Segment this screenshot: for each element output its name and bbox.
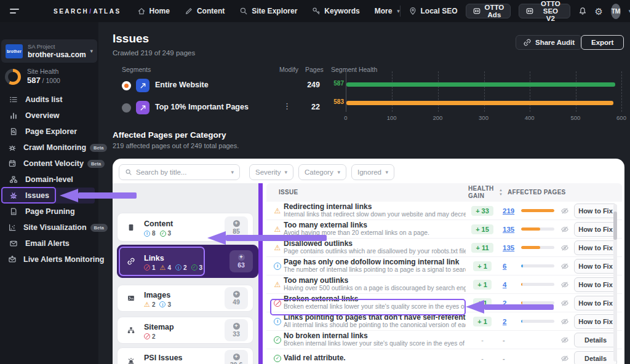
category-score[interactable]: +33 <box>225 319 248 341</box>
ignore-eye-off-icon[interactable] <box>559 280 570 289</box>
brand-slash: / <box>89 8 93 15</box>
details-button[interactable]: Details <box>574 333 617 347</box>
search-by-title-dropdown[interactable]: Search by title... ▾ <box>119 164 240 180</box>
ignore-eye-off-icon[interactable] <box>559 317 570 326</box>
category-item-psi-issues[interactable]: PSI Issues⚠1i3✓1+30.6 <box>117 347 253 364</box>
how-to-fix-button[interactable]: How to Fix <box>574 240 617 255</box>
chevron-down-icon: ▾ <box>90 48 93 54</box>
ignore-eye-off-icon[interactable] <box>559 207 570 215</box>
sort-icon[interactable]: ▲▼ <box>499 188 503 196</box>
sidebar-item-audits-list[interactable]: Audits list <box>0 92 98 108</box>
sidebar-item-page-pruning[interactable]: Page Pruning <box>0 204 98 220</box>
category-item-content[interactable]: Contenti8✓3+85 <box>117 213 253 242</box>
issue-row: ⚠Too many outlinksHaving over 500 outlin… <box>266 275 622 294</box>
bug-icon <box>8 191 18 200</box>
export-button[interactable]: Export <box>581 35 624 50</box>
chart-gridline <box>438 71 439 112</box>
sidebar-item-domain-level[interactable]: Domain-level <box>0 172 98 188</box>
issue-description: The number of internal links pointing to… <box>284 266 466 274</box>
how-to-fix-button[interactable]: How to Fix <box>574 222 617 237</box>
otto-seo-v2-button[interactable]: OTTO SEO V2 <box>519 4 570 18</box>
sidebar-item-email-alerts[interactable]: Email Alerts <box>0 235 98 251</box>
user-avatar[interactable]: TM <box>611 4 621 19</box>
ignore-eye-off-icon[interactable] <box>559 243 570 252</box>
warning-triangle-icon: ⚠ <box>274 281 281 288</box>
sidebar-item-label: Domain-level <box>25 175 73 184</box>
nav-item-content[interactable]: Content <box>185 7 225 15</box>
category-item-sitemap[interactable]: Sitemap2+33 <box>117 317 253 344</box>
issue-row: ⚠Disallowed outlinksPage contains outlin… <box>266 239 622 257</box>
how-to-fix-button[interactable]: How to Fix <box>574 296 617 311</box>
category-score[interactable]: +63 <box>229 250 253 272</box>
issue-column-header: ISSUE <box>279 189 298 196</box>
scrollbar-thumb[interactable] <box>613 212 617 240</box>
table-scrollbar[interactable] <box>613 204 617 362</box>
nav-item-local-seo[interactable]: Local SEO <box>409 7 458 15</box>
category-score[interactable]: +49 <box>225 287 248 309</box>
nav-item-home[interactable]: Home <box>137 7 170 15</box>
affected-pages-link[interactable]: 2 <box>503 318 506 325</box>
details-button[interactable]: Details <box>574 351 617 364</box>
sidebar-item-live-alerts-monitoring[interactable]: Live Alerts Monitoring <box>0 251 98 267</box>
issue-row: ⚠Redirecting internal linksInternal link… <box>266 202 622 220</box>
share-audit-button[interactable]: Share Audit <box>516 35 582 50</box>
info-circle-icon: i <box>175 264 181 271</box>
modify-column-header: Modify <box>279 66 298 73</box>
otto-ads-button[interactable]: OTTO Ads <box>466 4 511 18</box>
brand-logo[interactable]: SEARCH/ATLAS <box>54 8 121 15</box>
project-selector[interactable]: brother SA Project brother-usa.com ▾ <box>1 39 97 63</box>
affected-pages-link[interactable]: 135 <box>503 244 514 251</box>
issue-title: Valid rel attribute. <box>284 354 466 363</box>
nav-item-keywords[interactable]: Keywords <box>312 7 359 15</box>
notifications-bell-icon[interactable] <box>578 7 587 15</box>
category-filter-dropdown[interactable]: Category ▾ <box>298 164 346 180</box>
sidebar-item-page-explorer[interactable]: Page Explorer <box>0 124 98 140</box>
ignore-eye-off-icon[interactable] <box>559 262 570 271</box>
segment-radio[interactable] <box>122 103 131 113</box>
affected-pages-link[interactable]: 135 <box>503 226 514 233</box>
how-to-fix-button[interactable]: How to Fix <box>574 259 617 274</box>
affected-pages-link[interactable]: 4 <box>503 281 506 288</box>
how-to-fix-button[interactable]: How to Fix <box>574 277 617 292</box>
sidebar-item-overview[interactable]: Overview <box>0 108 98 124</box>
segment-name[interactable]: Entire Website <box>155 81 209 89</box>
settings-gear-icon[interactable]: ⚙ <box>595 7 603 16</box>
segment-health-chart: 587583 0100200300400500600 <box>346 71 621 125</box>
health-gain-column-header[interactable]: HEALTH GAIN <box>468 185 496 199</box>
nav-item-more[interactable]: More▾ <box>375 7 400 15</box>
severity-filter-dropdown[interactable]: Severity ▾ <box>249 164 293 180</box>
sidebar-item-label: Page Pruning <box>25 207 75 216</box>
category-score[interactable]: +85 <box>225 216 248 239</box>
segment-icon <box>136 79 150 92</box>
brand-text: SEARCH <box>54 8 89 15</box>
issue-title: Redirecting internal links <box>284 203 466 212</box>
ignore-eye-off-icon[interactable] <box>559 354 570 363</box>
site-health-label: Site Health <box>27 68 60 76</box>
affected-pages-link[interactable]: 2 <box>503 299 506 307</box>
ignored-filter-dropdown[interactable]: Ignored ▾ <box>351 164 394 180</box>
ignore-eye-off-icon[interactable] <box>559 225 570 234</box>
modify-menu-icon[interactable]: ⋮ <box>283 101 291 111</box>
affected-pages-link[interactable]: 219 <box>503 207 514 215</box>
segment-radio[interactable] <box>122 81 131 90</box>
category-score[interactable]: +30.6 <box>225 350 248 364</box>
sidebar-item-crawl-monitoring[interactable]: Crawl MonitoringBeta <box>0 140 98 156</box>
affected-pages-link[interactable]: 6 <box>503 263 506 270</box>
category-name: Sitemap <box>144 323 174 331</box>
mail-live-icon <box>8 255 17 264</box>
how-to-fix-button[interactable]: How to Fix <box>574 314 617 329</box>
issue-row: ✓Valid rel attribute.--Details <box>266 349 622 364</box>
menu-icon[interactable] <box>10 9 19 14</box>
sidebar-item-content-velocity[interactable]: Content VelocityBeta <box>0 156 98 172</box>
nav-item-site-explorer[interactable]: Site Explorer <box>239 7 297 15</box>
sidebar-item-site-visualization[interactable]: Site VisualizationBeta <box>0 220 98 235</box>
how-to-fix-button[interactable]: How to Fix <box>574 204 617 218</box>
ignore-eye-off-icon[interactable] <box>559 299 570 307</box>
otto-robot-icon <box>525 7 534 15</box>
sidebar-item-issues[interactable]: Issues <box>1 188 95 204</box>
ignore-eye-off-icon[interactable] <box>559 336 570 344</box>
issue-title: Too many outlinks <box>284 277 466 285</box>
category-item-images[interactable]: Images⚠2i3+49 <box>117 285 253 312</box>
category-item-links[interactable]: Links1⚠4i2✓3+63 <box>117 245 258 278</box>
segment-name[interactable]: Top 10% Important Pages <box>155 103 249 111</box>
